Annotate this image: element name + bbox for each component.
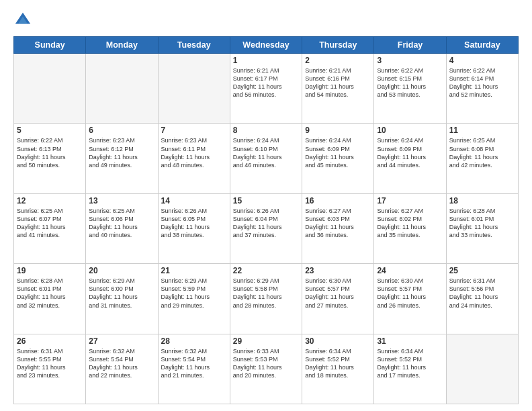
day-number: 19	[17, 266, 83, 275]
calendar-week-2: 5Sunrise: 6:22 AMSunset: 6:13 PMDaylight…	[14, 124, 519, 193]
day-number: 6	[89, 126, 154, 135]
day-info: Sunrise: 6:31 AMSunset: 5:56 PMDaylight:…	[449, 277, 515, 310]
calendar-week-4: 19Sunrise: 6:28 AMSunset: 6:01 PMDayligh…	[14, 264, 519, 334]
calendar-cell	[158, 54, 230, 124]
day-number: 30	[305, 336, 371, 346]
calendar-cell: 5Sunrise: 6:22 AMSunset: 6:13 PMDaylight…	[14, 124, 86, 193]
calendar-header: SundayMondayTuesdayWednesdayThursdayFrid…	[14, 37, 519, 54]
day-number: 5	[17, 126, 83, 135]
calendar-cell: 13Sunrise: 6:25 AMSunset: 6:06 PMDayligh…	[86, 193, 158, 263]
day-number: 2	[305, 56, 371, 65]
day-number: 21	[161, 266, 227, 275]
weekday-header-saturday: Saturday	[446, 37, 518, 54]
logo-icon	[13, 11, 32, 30]
calendar-cell	[446, 334, 518, 404]
day-number: 23	[305, 266, 371, 275]
logo	[13, 11, 35, 30]
day-number: 10	[377, 126, 443, 135]
calendar-cell: 16Sunrise: 6:27 AMSunset: 6:03 PMDayligh…	[302, 193, 374, 263]
calendar-cell: 2Sunrise: 6:21 AMSunset: 6:16 PMDaylight…	[302, 54, 374, 124]
calendar-cell: 30Sunrise: 6:34 AMSunset: 5:52 PMDayligh…	[302, 334, 374, 404]
calendar-cell: 29Sunrise: 6:33 AMSunset: 5:53 PMDayligh…	[230, 334, 302, 404]
calendar-cell: 8Sunrise: 6:24 AMSunset: 6:10 PMDaylight…	[230, 124, 302, 193]
weekday-header-friday: Friday	[374, 37, 446, 54]
calendar-cell: 7Sunrise: 6:23 AMSunset: 6:11 PMDaylight…	[158, 124, 230, 193]
day-info: Sunrise: 6:28 AMSunset: 6:01 PMDaylight:…	[449, 207, 515, 240]
calendar-cell: 9Sunrise: 6:24 AMSunset: 6:09 PMDaylight…	[302, 124, 374, 193]
day-info: Sunrise: 6:22 AMSunset: 6:14 PMDaylight:…	[449, 66, 515, 99]
calendar-cell: 24Sunrise: 6:30 AMSunset: 5:57 PMDayligh…	[374, 264, 446, 334]
calendar-cell: 27Sunrise: 6:32 AMSunset: 5:54 PMDayligh…	[86, 334, 158, 404]
calendar-cell: 12Sunrise: 6:25 AMSunset: 6:07 PMDayligh…	[14, 193, 86, 263]
day-info: Sunrise: 6:26 AMSunset: 6:04 PMDaylight:…	[233, 207, 299, 240]
page: SundayMondayTuesdayWednesdayThursdayFrid…	[0, 0, 532, 411]
calendar-cell: 10Sunrise: 6:24 AMSunset: 6:09 PMDayligh…	[374, 124, 446, 193]
calendar-cell: 31Sunrise: 6:34 AMSunset: 5:52 PMDayligh…	[374, 334, 446, 404]
day-number: 16	[305, 196, 371, 205]
day-number: 25	[449, 266, 515, 275]
weekday-header-row: SundayMondayTuesdayWednesdayThursdayFrid…	[14, 37, 519, 54]
calendar-cell: 19Sunrise: 6:28 AMSunset: 6:01 PMDayligh…	[14, 264, 86, 334]
day-number: 11	[449, 126, 515, 135]
day-number: 7	[161, 126, 227, 135]
day-info: Sunrise: 6:22 AMSunset: 6:15 PMDaylight:…	[377, 66, 443, 99]
day-number: 12	[17, 196, 83, 205]
day-number: 31	[377, 336, 443, 346]
day-number: 28	[161, 336, 227, 346]
day-info: Sunrise: 6:21 AMSunset: 6:16 PMDaylight:…	[305, 66, 371, 99]
calendar-week-3: 12Sunrise: 6:25 AMSunset: 6:07 PMDayligh…	[14, 193, 519, 263]
calendar-week-5: 26Sunrise: 6:31 AMSunset: 5:55 PMDayligh…	[14, 334, 519, 404]
day-number: 27	[89, 336, 154, 346]
day-info: Sunrise: 6:29 AMSunset: 5:58 PMDaylight:…	[233, 277, 299, 310]
day-number: 13	[89, 196, 154, 205]
day-info: Sunrise: 6:25 AMSunset: 6:08 PMDaylight:…	[449, 136, 515, 169]
calendar-cell: 22Sunrise: 6:29 AMSunset: 5:58 PMDayligh…	[230, 264, 302, 334]
day-number: 24	[377, 266, 443, 275]
calendar-cell: 3Sunrise: 6:22 AMSunset: 6:15 PMDaylight…	[374, 54, 446, 124]
day-info: Sunrise: 6:21 AMSunset: 6:17 PMDaylight:…	[233, 66, 299, 99]
calendar-cell: 1Sunrise: 6:21 AMSunset: 6:17 PMDaylight…	[230, 54, 302, 124]
day-info: Sunrise: 6:34 AMSunset: 5:52 PMDaylight:…	[305, 347, 371, 380]
day-info: Sunrise: 6:24 AMSunset: 6:10 PMDaylight:…	[233, 136, 299, 169]
day-number: 1	[233, 56, 299, 65]
day-info: Sunrise: 6:28 AMSunset: 6:01 PMDaylight:…	[17, 277, 83, 310]
weekday-header-thursday: Thursday	[302, 37, 374, 54]
weekday-header-tuesday: Tuesday	[158, 37, 230, 54]
calendar-cell	[86, 54, 158, 124]
calendar-cell: 14Sunrise: 6:26 AMSunset: 6:05 PMDayligh…	[158, 193, 230, 263]
day-info: Sunrise: 6:30 AMSunset: 5:57 PMDaylight:…	[377, 277, 443, 310]
day-number: 17	[377, 196, 443, 205]
calendar-cell: 26Sunrise: 6:31 AMSunset: 5:55 PMDayligh…	[14, 334, 86, 404]
day-info: Sunrise: 6:34 AMSunset: 5:52 PMDaylight:…	[377, 347, 443, 380]
day-number: 18	[449, 196, 515, 205]
day-info: Sunrise: 6:23 AMSunset: 6:11 PMDaylight:…	[161, 136, 227, 169]
day-info: Sunrise: 6:24 AMSunset: 6:09 PMDaylight:…	[377, 136, 443, 169]
day-info: Sunrise: 6:24 AMSunset: 6:09 PMDaylight:…	[305, 136, 371, 169]
day-number: 22	[233, 266, 299, 275]
day-number: 26	[17, 336, 83, 346]
weekday-header-wednesday: Wednesday	[230, 37, 302, 54]
calendar-cell: 20Sunrise: 6:29 AMSunset: 6:00 PMDayligh…	[86, 264, 158, 334]
day-info: Sunrise: 6:30 AMSunset: 5:57 PMDaylight:…	[305, 277, 371, 310]
calendar-body: 1Sunrise: 6:21 AMSunset: 6:17 PMDaylight…	[14, 54, 519, 404]
day-info: Sunrise: 6:22 AMSunset: 6:13 PMDaylight:…	[17, 136, 83, 169]
day-info: Sunrise: 6:26 AMSunset: 6:05 PMDaylight:…	[161, 207, 227, 240]
calendar-cell: 6Sunrise: 6:23 AMSunset: 6:12 PMDaylight…	[86, 124, 158, 193]
calendar-cell: 23Sunrise: 6:30 AMSunset: 5:57 PMDayligh…	[302, 264, 374, 334]
calendar-cell: 11Sunrise: 6:25 AMSunset: 6:08 PMDayligh…	[446, 124, 518, 193]
day-number: 3	[377, 56, 443, 65]
day-number: 15	[233, 196, 299, 205]
day-number: 4	[449, 56, 515, 65]
calendar-cell: 25Sunrise: 6:31 AMSunset: 5:56 PMDayligh…	[446, 264, 518, 334]
calendar-cell: 15Sunrise: 6:26 AMSunset: 6:04 PMDayligh…	[230, 193, 302, 263]
day-info: Sunrise: 6:32 AMSunset: 5:54 PMDaylight:…	[89, 347, 154, 380]
day-info: Sunrise: 6:27 AMSunset: 6:03 PMDaylight:…	[305, 207, 371, 240]
day-number: 29	[233, 336, 299, 346]
header	[13, 11, 519, 30]
day-info: Sunrise: 6:32 AMSunset: 5:54 PMDaylight:…	[161, 347, 227, 380]
calendar-cell: 18Sunrise: 6:28 AMSunset: 6:01 PMDayligh…	[446, 193, 518, 263]
day-info: Sunrise: 6:23 AMSunset: 6:12 PMDaylight:…	[89, 136, 154, 169]
calendar-cell: 17Sunrise: 6:27 AMSunset: 6:02 PMDayligh…	[374, 193, 446, 263]
day-number: 9	[305, 126, 371, 135]
day-info: Sunrise: 6:27 AMSunset: 6:02 PMDaylight:…	[377, 207, 443, 240]
